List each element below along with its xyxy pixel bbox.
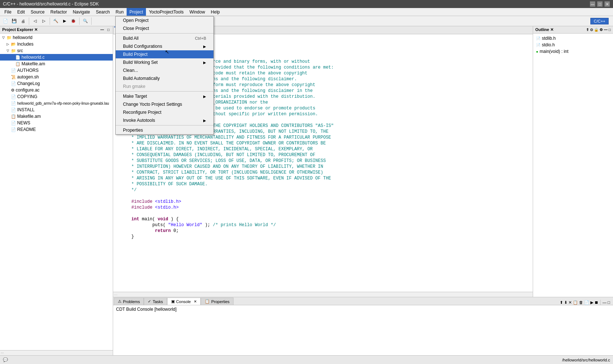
menu-yocto-settings[interactable]: Change Yocto Project Settings xyxy=(116,100,213,108)
bottom-panel: ⚠ Problems ✓ Tasks ▣ Console ✕ 📋 Propert… xyxy=(113,297,613,355)
menu-project[interactable]: Project xyxy=(127,8,146,16)
outline-item-stdio[interactable]: 📄 stdio.h xyxy=(533,42,613,48)
tab-tasks[interactable]: ✓ Tasks xyxy=(144,298,167,305)
menu-properties[interactable]: Properties xyxy=(116,126,213,134)
menu-run-gmake[interactable]: Run gmake xyxy=(116,82,213,90)
print-button[interactable]: 🖨 xyxy=(19,17,27,25)
menu-open-project[interactable]: Open Project xyxy=(116,16,213,24)
bottom-ctrl-7[interactable]: ▶ xyxy=(590,300,593,305)
editor-scrollbar-h[interactable]: ··· xyxy=(113,292,533,297)
tree-item-readme[interactable]: 📄 README xyxy=(0,126,113,133)
tree-item-install[interactable]: 📄 INSTALL xyxy=(0,107,113,113)
tree-item-autogen[interactable]: 📜 autogen.sh xyxy=(0,74,113,80)
menu-yocto[interactable]: YoctoProjectTools xyxy=(146,8,186,16)
tab-console[interactable]: ▣ Console ✕ xyxy=(167,298,201,305)
scroll-indicator: ··· xyxy=(114,293,118,297)
menu-search[interactable]: Search xyxy=(93,8,113,16)
outline-ctrl-6[interactable]: □ xyxy=(609,28,611,32)
code-line: #include <stdio.h> xyxy=(113,205,533,211)
menu-file[interactable]: File xyxy=(1,8,14,16)
close-button[interactable]: ✕ xyxy=(604,1,610,7)
code-line: * POSSIBILITY OF SUCH DAMAGE. xyxy=(113,182,533,187)
pe-scrollbar[interactable]: ··· xyxy=(0,350,113,355)
menu-close-project[interactable]: Close Project xyxy=(116,24,213,32)
menu-build-all[interactable]: Build All Ctrl+B xyxy=(116,34,213,42)
tree-item-launch[interactable]: 📄 helloworld_gdb_armv7a-vfp-neon-poky-li… xyxy=(0,100,113,107)
debug-button[interactable]: 🐞 xyxy=(69,17,77,25)
console-tab-close[interactable]: ✕ xyxy=(194,299,197,303)
tree-item-configure[interactable]: ⚙ configure.ac xyxy=(0,87,113,93)
titlebar-controls: — □ ✕ xyxy=(590,1,610,7)
open-project-label: Open Project xyxy=(123,18,149,23)
menu-invoke-autotools[interactable]: Invoke Autotools ▶ xyxy=(116,116,213,124)
tree-item-makefile[interactable]: 📋 Makefile.am xyxy=(0,113,113,120)
bottom-ctrl-9[interactable]: — xyxy=(602,300,606,305)
tab-tasks-label: Tasks xyxy=(153,299,163,304)
bottom-ctrl-1[interactable]: ⬆ xyxy=(560,300,563,305)
bottom-ctrl-6[interactable]: 📄 xyxy=(584,300,589,305)
run-button[interactable]: ▶ xyxy=(61,17,69,25)
maximize-button[interactable]: □ xyxy=(597,1,603,7)
code-line: } xyxy=(113,234,533,240)
tree-item-copying[interactable]: 📄 COPYING xyxy=(0,93,113,100)
pe-maximize[interactable]: □ xyxy=(106,27,111,32)
code-line: #include <stdlib.h> xyxy=(113,199,533,205)
tree-item-helloworld-c[interactable]: 📄 helloworld.c xyxy=(0,54,113,61)
outline-tree: 📄 stdlib.h 📄 stdio.h ● main(void) : int xyxy=(533,34,613,297)
search-button[interactable]: 🔍 xyxy=(81,17,89,25)
menu-build-configurations[interactable]: Build Configurations ▶ xyxy=(116,42,213,50)
bottom-ctrl-10[interactable]: □ xyxy=(608,300,610,305)
tab-properties[interactable]: 📋 Properties xyxy=(201,298,234,305)
outline-item-main[interactable]: ● main(void) : int xyxy=(533,48,613,55)
tree-item-src[interactable]: ▽ 📁 src xyxy=(0,47,113,54)
outline-ctrl-4[interactable]: ⚙ xyxy=(599,28,603,32)
pe-header-controls: — □ xyxy=(99,27,111,32)
tree-item-changelog[interactable]: 📄 ChangeLog xyxy=(0,80,113,87)
menu-reconfigure[interactable]: Reconfigure Project xyxy=(116,108,213,116)
menu-build-working-set[interactable]: Build Working Set ▶ xyxy=(116,58,213,66)
back-button[interactable]: ◁ xyxy=(31,17,39,25)
new-button[interactable]: 📄 xyxy=(1,17,9,25)
bottom-ctrl-3[interactable]: ✕ xyxy=(568,300,572,305)
outline-ctrl-2[interactable]: ⊙ xyxy=(590,28,593,32)
bottom-ctrl-2[interactable]: ⬇ xyxy=(564,300,567,305)
menu-refactor[interactable]: Refactor xyxy=(47,8,70,16)
outline-panel: Outline ✕ ⇑ ⊙ 🔒 ⚙ — □ 📄 stdlib.h xyxy=(533,26,613,297)
tree-item-authors[interactable]: 📄 AUTHORS xyxy=(0,67,113,74)
menu-make-target[interactable]: Make Target ▶ xyxy=(116,92,213,100)
menu-navigate[interactable]: Navigate xyxy=(70,8,93,16)
pe-header: Project Explorer ✕ — □ xyxy=(0,26,113,34)
menu-help[interactable]: Help xyxy=(208,8,223,16)
outline-ctrl-1[interactable]: ⇑ xyxy=(586,28,589,32)
build-button[interactable]: 🔨 xyxy=(52,17,60,25)
menu-source[interactable]: Source xyxy=(28,8,47,16)
tab-problems[interactable]: ⚠ Problems xyxy=(114,298,144,305)
minimize-button[interactable]: — xyxy=(590,1,595,7)
menu-build-project[interactable]: Build Project xyxy=(116,50,213,58)
tree-item-helloworld[interactable]: ▽ 📁 helloworld xyxy=(0,34,113,41)
outline-ctrl-5[interactable]: — xyxy=(604,28,608,32)
menu-build-auto[interactable]: Build Automatically xyxy=(116,74,213,82)
bottom-ctrl-sep xyxy=(600,300,601,305)
build-working-set-label: Build Working Set xyxy=(123,60,158,65)
outline-item-stdlib[interactable]: 📄 stdlib.h xyxy=(533,35,613,42)
menu-edit[interactable]: Edit xyxy=(14,8,28,16)
bottom-ctrl-5[interactable]: 🗑 xyxy=(579,300,583,305)
tree-item-includes[interactable]: ▷ 📂 Includes xyxy=(0,41,113,47)
tree-item-makefile-src[interactable]: 📋 Makefile.am xyxy=(0,61,113,67)
tree-item-news[interactable]: 📄 NEWS xyxy=(0,120,113,126)
menu-run[interactable]: Run xyxy=(113,8,127,16)
bottom-ctrl-8[interactable]: ⏹ xyxy=(594,300,598,305)
code-line: */ xyxy=(113,187,533,193)
outline-include-icon: 📄 xyxy=(536,36,540,40)
menu-clean[interactable]: Clean... xyxy=(116,66,213,74)
menu-window[interactable]: Window xyxy=(186,8,208,16)
code-line: puts( "Hello World" ); /* prints Hello W… xyxy=(113,222,533,228)
outline-ctrl-3[interactable]: 🔒 xyxy=(594,28,598,32)
perspective-cpp[interactable]: C/C++ xyxy=(590,18,609,24)
bottom-ctrl-4[interactable]: 📋 xyxy=(573,300,578,305)
invoke-autotools-arrow: ▶ xyxy=(203,119,206,123)
fwd-button[interactable]: ▷ xyxy=(40,17,48,25)
save-button[interactable]: 💾 xyxy=(10,17,18,25)
pe-minimize[interactable]: — xyxy=(99,27,105,32)
